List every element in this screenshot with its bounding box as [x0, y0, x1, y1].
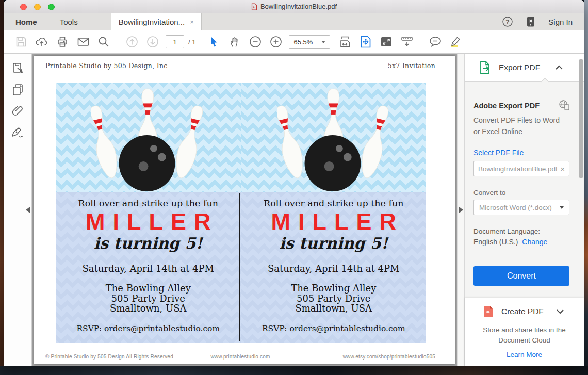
bowling-pins-graphic [277, 86, 390, 192]
page-header-right: 5x7 Invitation [388, 62, 435, 70]
acrobat-window: BowilingInvitationBlue.pdf Home Tools Bo… [4, 0, 584, 366]
panel-scrollbar[interactable] [579, 59, 583, 178]
mobile-device-icon[interactable] [526, 16, 536, 27]
select-pdf-file-link[interactable]: Select PDF File [473, 149, 569, 157]
page-header-left: Printable Studio by 505 Design, Inc [45, 62, 168, 70]
invitation-text-block: Roll over and strike up the fun MILLER i… [56, 192, 241, 343]
invite-rsvp: RSVP: orders@printablestudio.com [56, 324, 241, 333]
zoom-window-button[interactable] [48, 4, 55, 10]
chevron-background [56, 83, 241, 192]
previous-page-icon[interactable] [125, 35, 139, 48]
chevron-down-icon [560, 206, 564, 209]
adobe-export-title: Adobe Export PDF [473, 102, 569, 110]
document-language-label: Document Language: [473, 227, 569, 235]
close-window-button[interactable] [20, 4, 27, 10]
invite-subtitle: is turning 5! [56, 234, 241, 252]
invite-tagline: Roll over and strike up the fun [56, 198, 241, 208]
desktop-wallpaper-bottom [0, 366, 588, 375]
remove-file-icon[interactable]: × [560, 165, 565, 173]
learn-more-link[interactable]: Learn More [465, 351, 584, 358]
collapse-left-panel-icon[interactable] [26, 207, 30, 213]
close-tab-icon[interactable]: × [190, 18, 194, 26]
next-page-icon[interactable] [146, 35, 159, 48]
invitation-card-right: Roll over and strike up the fun MILLER i… [241, 83, 427, 343]
chevron-down-icon[interactable] [556, 309, 564, 314]
email-icon[interactable] [77, 36, 90, 47]
save-icon[interactable] [15, 36, 27, 47]
convert-format-dropdown[interactable]: Microsoft Word (*.docx) [473, 200, 569, 215]
invitation-text-block: Roll over and strike up the fun MILLER i… [241, 192, 427, 343]
highlight-icon[interactable] [449, 35, 463, 48]
select-tool-icon[interactable] [208, 36, 220, 48]
page-thumbnails-icon[interactable] [11, 83, 25, 96]
pdf-page: Printable Studio by 505 Design, Inc 5x7 … [34, 56, 455, 364]
scroll-mode-icon[interactable] [400, 36, 414, 48]
chevron-down-icon [321, 41, 325, 43]
fit-width-icon[interactable] [338, 35, 352, 48]
export-pdf-header[interactable]: Export PDF [465, 54, 584, 82]
invite-venue: The Bowling Alley 505 Party Drive Smallt… [56, 283, 241, 314]
tab-document[interactable]: BowilingInvitation... × [111, 13, 202, 30]
page-number-input[interactable] [166, 35, 184, 48]
left-tool-rail [4, 54, 32, 366]
minimize-window-button[interactable] [34, 4, 41, 10]
collapse-right-panel-icon[interactable] [459, 207, 463, 213]
zoom-out-icon[interactable] [249, 35, 262, 48]
titlebar: BowilingInvitationBlue.pdf [4, 0, 584, 13]
create-pdf-section: Create PDF Store and share files in the … [465, 298, 584, 366]
invite-venue: The Bowling Alley 505 Party Drive Smallt… [241, 283, 427, 314]
create-pdf-header[interactable]: Create PDF [465, 305, 584, 318]
export-page-icon[interactable] [11, 62, 25, 75]
selected-file-field[interactable]: BowilingInvitationBlue.pdf × [473, 161, 569, 176]
invite-datetime: Saturday, April 14th at 4PM [56, 263, 241, 274]
fit-page-icon[interactable] [360, 35, 372, 48]
help-icon[interactable]: ? [502, 16, 513, 27]
page-total-label: / 1 [188, 38, 195, 46]
invite-tagline: Roll over and strike up the fun [241, 198, 427, 208]
desktop-wallpaper-right [584, 0, 588, 375]
convert-to-label: Convert to [473, 189, 569, 197]
toolbar: / 1 65.5% [4, 30, 584, 54]
search-icon[interactable] [97, 36, 110, 48]
sign-in-button[interactable]: Sign In [548, 18, 573, 26]
chevron-up-icon[interactable] [555, 65, 563, 70]
invite-rsvp: RSVP: orders@printablestudio.com [241, 324, 427, 333]
invite-name: MILLER [56, 209, 241, 234]
bowling-pins-graphic [91, 86, 205, 192]
tab-home[interactable]: Home [4, 13, 48, 30]
zoom-level-dropdown[interactable]: 65.5% [289, 35, 330, 49]
chevron-background [241, 83, 427, 192]
change-language-link[interactable]: Change [522, 238, 547, 246]
right-panel-strip [457, 54, 464, 366]
window-title: BowilingInvitationBlue.pdf [251, 3, 337, 10]
document-cloud-description: Store and share files in the Document Cl… [465, 325, 584, 346]
hand-tool-icon[interactable] [228, 36, 241, 48]
document-view[interactable]: Printable Studio by 505 Design, Inc 5x7 … [32, 54, 457, 366]
fill-sign-icon[interactable] [11, 125, 25, 139]
pdf-file-icon [251, 3, 257, 10]
tab-bar: Home Tools BowilingInvitation... × ? Sig… [4, 13, 584, 30]
invite-name: MILLER [241, 209, 427, 234]
create-pdf-icon [482, 305, 495, 318]
online-service-icon [558, 100, 570, 111]
language-row: English (U.S.)Change [473, 238, 569, 246]
export-pdf-icon [478, 60, 492, 75]
invite-datetime: Saturday, April 14th at 4PM [241, 263, 427, 274]
convert-button[interactable]: Convert [473, 266, 569, 286]
comment-icon[interactable] [429, 36, 442, 48]
desktop-wallpaper-left [0, 0, 4, 375]
print-icon[interactable] [56, 36, 69, 48]
share-cloud-icon[interactable] [35, 36, 48, 48]
tools-panel: Export PDF Adobe Export PDF Convert PDF … [464, 54, 584, 366]
page-footer-center: www.printablestudio.com [45, 354, 435, 360]
invitation-sheet: Roll over and strike up the fun MILLER i… [56, 83, 426, 343]
tab-tools[interactable]: Tools [48, 13, 89, 30]
export-description: Convert PDF Files to Word or Excel Onlin… [473, 115, 564, 137]
attachments-icon[interactable] [11, 104, 25, 118]
invite-subtitle: is turning 5! [241, 234, 427, 252]
svg-text:?: ? [506, 19, 510, 26]
fullscreen-icon[interactable] [380, 36, 393, 47]
zoom-in-icon[interactable] [269, 35, 283, 48]
language-value: English (U.S.) [473, 238, 518, 246]
page-footer: www.printablestudio.com © Printable Stud… [45, 354, 435, 360]
